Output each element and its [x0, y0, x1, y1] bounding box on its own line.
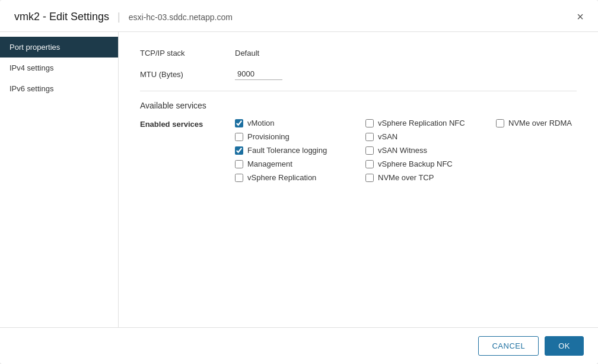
provisioning-checkbox[interactable]	[235, 133, 243, 141]
nvme-over-rdma-checkbox[interactable]	[496, 119, 504, 127]
service-vsan[interactable]: vSAN	[365, 132, 496, 141]
sidebar-item-port-properties[interactable]: Port properties	[0, 37, 118, 58]
vsphere-replication-nfc-checkbox[interactable]	[365, 119, 374, 127]
service-vmotion[interactable]: vMotion	[235, 119, 365, 127]
vsphere-backup-nfc-checkbox[interactable]	[365, 160, 374, 168]
service-fault-tolerance[interactable]: Fault Tolerance logging	[235, 146, 365, 155]
cancel-button[interactable]: CANCEL	[478, 336, 539, 356]
services-grid: vMotion Provisioning Fault Tolerance log…	[235, 119, 598, 182]
tcpip-label: TCP/IP stack	[140, 49, 235, 58]
service-management[interactable]: Management	[235, 159, 365, 168]
dialog-body: Port properties IPv4 settings IPv6 setti…	[0, 32, 598, 327]
mtu-label: MTU (Bytes)	[140, 70, 235, 79]
service-nvme-over-tcp[interactable]: NVMe over TCP	[365, 173, 496, 182]
vmotion-checkbox[interactable]	[235, 119, 243, 127]
service-vsan-witness[interactable]: vSAN Witness	[365, 146, 496, 155]
service-vsphere-replication[interactable]: vSphere Replication	[235, 173, 365, 182]
fault-tolerance-checkbox[interactable]	[235, 146, 243, 155]
vsan-checkbox[interactable]	[365, 133, 374, 141]
dialog-divider: |	[117, 11, 120, 23]
sidebar-item-ipv4-settings[interactable]: IPv4 settings	[0, 58, 118, 78]
ok-button[interactable]: OK	[545, 336, 584, 356]
dialog-header: vmk2 - Edit Settings | esxi-hc-03.sddc.n…	[0, 0, 598, 32]
enabled-services-label: Enabled services	[140, 119, 235, 129]
sidebar-item-ipv6-settings[interactable]: IPv6 settings	[0, 78, 118, 99]
vsphere-replication-checkbox[interactable]	[235, 174, 243, 182]
separator	[140, 91, 577, 91]
edit-settings-dialog: vmk2 - Edit Settings | esxi-hc-03.sddc.n…	[0, 0, 598, 364]
mtu-input[interactable]	[235, 68, 282, 80]
service-vsphere-backup-nfc[interactable]: vSphere Backup NFC	[365, 159, 496, 168]
services-col-3: NVMe over RDMA	[496, 119, 598, 182]
service-nvme-over-rdma[interactable]: NVMe over RDMA	[496, 119, 598, 127]
tcpip-stack-row: TCP/IP stack Default	[140, 49, 577, 58]
vsan-witness-checkbox[interactable]	[365, 146, 374, 155]
management-checkbox[interactable]	[235, 160, 243, 168]
main-content: TCP/IP stack Default MTU (Bytes) Availab…	[119, 32, 598, 327]
close-button[interactable]: ×	[573, 8, 587, 25]
sidebar: Port properties IPv4 settings IPv6 setti…	[0, 32, 119, 327]
tcpip-value: Default	[235, 49, 259, 58]
dialog-title: vmk2 - Edit Settings	[14, 11, 109, 23]
service-provisioning[interactable]: Provisioning	[235, 132, 365, 141]
enabled-services-row: Enabled services vMotion Provisioning	[140, 119, 577, 182]
mtu-row: MTU (Bytes)	[140, 68, 577, 80]
nvme-over-tcp-checkbox[interactable]	[365, 174, 374, 182]
services-col-2: vSphere Replication NFC vSAN vSAN Witnes…	[365, 119, 496, 182]
service-vsphere-replication-nfc[interactable]: vSphere Replication NFC	[365, 119, 496, 127]
available-services-section: Available services Enabled services vMot…	[140, 101, 577, 182]
services-col-1: vMotion Provisioning Fault Tolerance log…	[235, 119, 365, 182]
dialog-footer: CANCEL OK	[0, 327, 598, 364]
dialog-subtitle: esxi-hc-03.sddc.netapp.com	[129, 12, 233, 22]
available-services-title: Available services	[140, 101, 577, 110]
